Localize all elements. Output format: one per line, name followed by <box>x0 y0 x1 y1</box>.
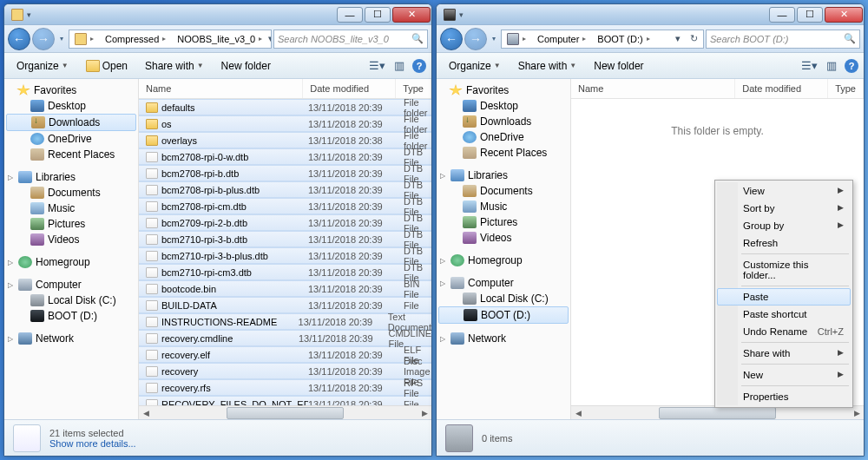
sidebar-item-onedrive[interactable]: OneDrive <box>437 129 570 145</box>
table-row[interactable]: RECOVERY_FILES_DO_NOT_EDIT 13/11/2018 20… <box>139 396 431 405</box>
menu-item-paste-shortcut[interactable]: Paste shortcut <box>717 306 851 323</box>
file-list[interactable]: defaults 13/11/2018 20:39 File folder os… <box>139 99 431 405</box>
sidebar-item-pictures[interactable]: Pictures <box>437 214 570 230</box>
col-type[interactable]: Type <box>828 79 864 98</box>
minimize-button[interactable]: — <box>769 7 795 23</box>
maximize-button[interactable]: ☐ <box>797 7 823 23</box>
nav-back-button[interactable]: ← <box>8 28 30 50</box>
table-row[interactable]: bootcode.bin 13/11/2018 20:39 BIN File <box>139 280 431 297</box>
table-row[interactable]: bcm2710-rpi-cm3.dtb 13/11/2018 20:39 DTB… <box>139 264 431 280</box>
sidebar-item-music[interactable]: Music <box>4 200 138 216</box>
menu-item-properties[interactable]: Properties <box>717 388 851 405</box>
sidebar-item-music[interactable]: Music <box>437 199 570 214</box>
sidebar-item-recent-places[interactable]: Recent Places <box>437 145 570 161</box>
sidebar-head-libraries[interactable]: ▷Libraries <box>437 168 570 183</box>
table-row[interactable]: os 13/11/2018 20:39 File folder <box>139 115 431 132</box>
address-bar[interactable]: ▸ Compressed▸ NOOBS_lite_v3_0▸ ▾ ↻ <box>69 30 272 49</box>
breadcrumb-seg-boot[interactable]: BOOT (D:)▸ <box>592 30 655 48</box>
sidebar-item-downloads[interactable]: Downloads <box>6 114 136 131</box>
refresh-icon[interactable]: ↻ <box>690 33 698 44</box>
view-mode-icon[interactable]: ☰▾ <box>367 57 386 75</box>
col-name[interactable]: Name <box>139 79 303 98</box>
scroll-left-icon[interactable]: ◀ <box>139 406 153 419</box>
sidebar-head-computer[interactable]: ▷Computer <box>437 275 570 291</box>
sidebar-item-local-disk-c-[interactable]: Local Disk (C:) <box>4 292 138 308</box>
table-row[interactable]: bcm2708-rpi-b.dtb 13/11/2018 20:39 DTB F… <box>139 165 431 181</box>
sidebar-head-network[interactable]: ▷Network <box>437 331 570 346</box>
search-input[interactable]: Search NOOBS_lite_v3_0 🔍 <box>273 30 428 49</box>
menu-item-customize-this-folder-[interactable]: Customize this folder... <box>717 256 851 284</box>
table-row[interactable]: defaults 13/11/2018 20:39 File folder <box>139 99 431 115</box>
sidebar-item-local-disk-c-[interactable]: Local Disk (C:) <box>437 291 570 306</box>
table-row[interactable]: bcm2708-rpi-cm.dtb 13/11/2018 20:39 DTB … <box>139 198 431 214</box>
help-icon[interactable]: ? <box>845 59 858 73</box>
open-button[interactable]: Open <box>79 57 135 75</box>
breadcrumb-root[interactable]: ▸ <box>69 30 100 48</box>
menu-item-view[interactable]: View ▶ <box>717 182 851 200</box>
col-date[interactable]: Date modified <box>735 79 828 98</box>
new-folder-button[interactable]: New folder <box>214 57 278 75</box>
scroll-thumb[interactable] <box>227 407 344 419</box>
show-details-link[interactable]: Show more details... <box>49 438 136 449</box>
address-drop-icon[interactable]: ▾ <box>675 33 681 44</box>
breadcrumb-seg-computer[interactable]: Computer▸ <box>532 30 592 48</box>
minimize-button[interactable]: — <box>337 7 363 23</box>
sidebar-item-videos[interactable]: Videos <box>437 230 570 246</box>
sidebar-item-boot-d-[interactable]: BOOT (D:) <box>438 306 569 324</box>
close-button[interactable]: ✕ <box>825 7 863 23</box>
sidebar-item-onedrive[interactable]: OneDrive <box>4 131 138 147</box>
breadcrumb-seg-compressed[interactable]: Compressed▸ <box>100 30 172 48</box>
help-icon[interactable]: ? <box>412 59 426 73</box>
preview-pane-icon[interactable]: ▥ <box>390 57 409 75</box>
sidebar-item-documents[interactable]: Documents <box>4 185 138 200</box>
sidebar-item-desktop[interactable]: Desktop <box>4 98 138 114</box>
nav-forward-button[interactable]: → <box>32 28 55 50</box>
table-row[interactable]: recovery.cmdline 13/11/2018 20:39 CMDLIN… <box>139 330 431 346</box>
col-name[interactable]: Name <box>571 79 735 98</box>
new-folder-button[interactable]: New folder <box>587 57 650 75</box>
sidebar-head-computer[interactable]: ▷Computer <box>4 277 138 292</box>
titlebar[interactable]: ▾ — ☐ ✕ <box>437 4 864 25</box>
table-row[interactable]: recovery 13/11/2018 20:39 Disc Image Fil… <box>139 363 431 379</box>
sidebar-item-desktop[interactable]: Desktop <box>437 98 570 114</box>
organize-button[interactable]: Organize▼ <box>10 57 76 75</box>
organize-button[interactable]: Organize▼ <box>442 57 508 75</box>
share-with-button[interactable]: Share with▼ <box>511 57 584 75</box>
search-input[interactable]: Search BOOT (D:) 🔍 <box>706 30 860 49</box>
scroll-thumb[interactable] <box>659 407 776 419</box>
table-row[interactable]: recovery.elf 13/11/2018 20:39 ELF File <box>139 346 431 363</box>
close-button[interactable]: ✕ <box>392 7 431 23</box>
titlebar[interactable]: ▾ — ☐ ✕ <box>4 4 431 25</box>
menu-item-group-by[interactable]: Group by ▶ <box>717 217 851 234</box>
nav-forward-button[interactable]: → <box>464 28 487 50</box>
table-row[interactable]: overlays 13/11/2018 20:38 File folder <box>139 132 431 148</box>
sidebar-item-videos[interactable]: Videos <box>4 232 138 247</box>
table-row[interactable]: bcm2709-rpi-2-b.dtb 13/11/2018 20:39 DTB… <box>139 214 431 231</box>
nav-history-drop[interactable]: ▾ <box>56 35 67 43</box>
sidebar-head-network[interactable]: ▷Network <box>4 331 138 346</box>
content-area[interactable]: Name Date modified Type This folder is e… <box>571 79 864 419</box>
table-row[interactable]: recovery.rfs 13/11/2018 20:39 RFS File <box>139 379 431 396</box>
address-bar[interactable]: ▸ Computer▸ BOOT (D:)▸ ▾ ↻ <box>501 30 704 49</box>
search-icon[interactable]: 🔍 <box>411 33 424 44</box>
maximize-button[interactable]: ☐ <box>365 7 391 23</box>
preview-pane-icon[interactable]: ▥ <box>822 57 841 75</box>
sidebar-item-pictures[interactable]: Pictures <box>4 216 138 232</box>
table-row[interactable]: bcm2708-rpi-0-w.dtb 13/11/2018 20:39 DTB… <box>139 148 431 165</box>
sidebar-head-libraries[interactable]: ▷Libraries <box>4 169 138 185</box>
menu-item-new[interactable]: New ▶ <box>717 366 851 384</box>
scroll-right-icon[interactable]: ▶ <box>850 406 864 419</box>
menu-item-sort-by[interactable]: Sort by ▶ <box>717 200 851 217</box>
title-chevron[interactable]: ▾ <box>27 10 31 19</box>
table-row[interactable]: bcm2710-rpi-3-b-plus.dtb 13/11/2018 20:3… <box>139 247 431 264</box>
sidebar-head-favorites[interactable]: Favorites <box>437 82 570 98</box>
sidebar-item-downloads[interactable]: Downloads <box>437 114 570 129</box>
search-icon[interactable]: 🔍 <box>844 33 856 44</box>
sidebar-item-documents[interactable]: Documents <box>437 183 570 199</box>
address-drop-icon[interactable]: ▾ <box>268 33 272 44</box>
nav-back-button[interactable]: ← <box>440 28 463 50</box>
sidebar-head-homegroup[interactable]: ▷Homegroup <box>437 253 570 268</box>
menu-item-refresh[interactable]: Refresh <box>717 234 851 252</box>
scroll-right-icon[interactable]: ▶ <box>418 406 431 419</box>
sidebar-item-boot-d-[interactable]: BOOT (D:) <box>4 308 138 324</box>
